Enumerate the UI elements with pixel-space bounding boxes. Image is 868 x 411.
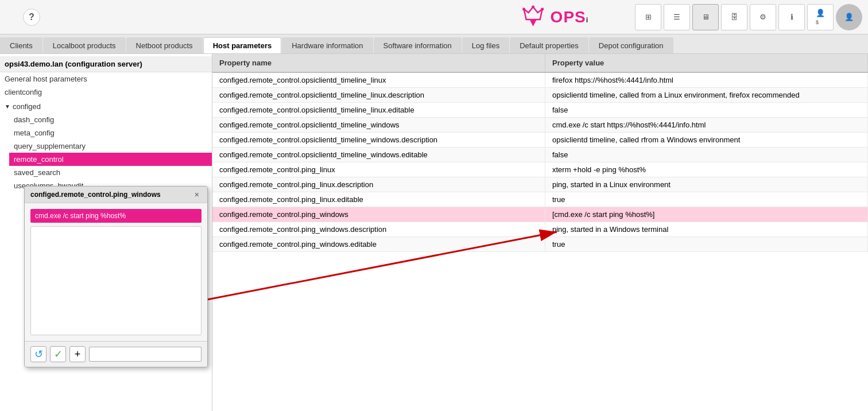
table-header: Property name Property value	[212, 54, 868, 73]
cell-property-value: ping, started in a Linux environment	[545, 177, 868, 192]
popup-add-btn[interactable]: +	[69, 346, 86, 362]
help-icon: ℹ	[790, 13, 793, 21]
table-area: Property name Property value configed.re…	[212, 54, 868, 411]
help-btn[interactable]: ℹ	[778, 4, 805, 30]
popup-header: configed.remote_control.ping_windows ×	[25, 187, 207, 203]
tab-log-files[interactable]: Log files	[462, 37, 509, 53]
tab-host-params[interactable]: Host parameters	[203, 37, 282, 53]
table-row[interactable]: configed.remote_control.ping_windows.des…	[212, 222, 868, 237]
products-list-btn[interactable]: ☰	[664, 4, 690, 30]
sidebar-group-configed-header[interactable]: ▼ configed	[0, 100, 212, 113]
cell-property-name: configed.remote_control.opsiclientd_time…	[212, 73, 545, 87]
popup-confirm-btn[interactable]: ✓	[50, 346, 66, 362]
sidebar-item-general[interactable]: General host parameters	[0, 72, 212, 86]
table-row[interactable]: configed.remote_control.ping_windows.edi…	[212, 237, 868, 252]
question-mark-btn[interactable]: ?	[23, 9, 40, 26]
main-content: opsi43.demo.lan (configuration server) G…	[0, 54, 868, 411]
sidebar-group-configed: ▼ configed dash_config meta_config query…	[0, 99, 212, 193]
table-row[interactable]: configed.remote_control.opsiclientd_time…	[212, 103, 868, 118]
tab-depot-config[interactable]: Depot configuration	[589, 37, 673, 53]
table-row-highlighted[interactable]: configed.remote_control.ping_windows [cm…	[212, 207, 868, 222]
logo-text: OPSi	[551, 8, 589, 26]
server-icon: 🖥	[702, 13, 710, 21]
reset-icon: ↺	[34, 348, 43, 360]
cell-property-name: configed.remote_control.ping_windows.edi…	[212, 237, 545, 251]
column-header-property-value: Property value	[545, 54, 868, 72]
cell-property-value: true	[545, 237, 868, 251]
tab-clients[interactable]: Clients	[0, 37, 42, 53]
user-account-icon: 👤$	[816, 9, 825, 26]
sidebar-item-clientconfig[interactable]: clientconfig	[0, 86, 212, 99]
tab-hardware-info[interactable]: Hardware information	[282, 37, 373, 53]
popup-list[interactable]	[30, 226, 202, 335]
tab-software-info[interactable]: Software information	[374, 37, 462, 53]
toolbar-right: ⊞ ☰ 🖥 🗄 ⚙ ℹ 👤$ 👤	[635, 4, 862, 30]
popup-title: configed.remote_control.ping_windows	[30, 191, 161, 199]
cell-property-name: configed.remote_control.opsiclientd_time…	[212, 118, 545, 132]
cell-property-value: ping, started in a Windows terminal	[545, 222, 868, 236]
sidebar-children-configed: dash_config meta_config query_supplement…	[0, 113, 212, 192]
cell-property-name: configed.remote_control.opsiclientd_time…	[212, 103, 545, 117]
clients-grid-icon: ⊞	[645, 13, 652, 21]
config-btn[interactable]: ⚙	[750, 4, 776, 30]
user-account-btn[interactable]: 👤$	[807, 4, 834, 30]
popup-close-btn[interactable]: ×	[192, 190, 202, 199]
logo-icon	[521, 5, 546, 30]
table-row[interactable]: configed.remote_control.ping_linux.descr…	[212, 177, 868, 192]
depot-icon: 🗄	[731, 13, 738, 21]
avatar-btn[interactable]: 👤	[836, 4, 862, 30]
cell-property-name: configed.remote_control.ping_linux.descr…	[212, 177, 545, 192]
app-logo: OPSi	[521, 5, 589, 30]
server-btn[interactable]: 🖥	[692, 4, 719, 30]
toolbar: OPSi ? ⊞ ☰ 🖥 🗄 ⚙ ℹ 👤$ 👤	[0, 0, 868, 34]
svg-point-3	[541, 7, 544, 10]
tab-bar: Clients Localboot products Netboot produ…	[0, 34, 868, 54]
table-row[interactable]: configed.remote_control.opsiclientd_time…	[212, 148, 868, 162]
collapse-arrow-icon: ▼	[5, 103, 10, 110]
svg-point-4	[522, 7, 525, 10]
sidebar-item-meta_config[interactable]: meta_config	[9, 126, 212, 139]
cell-property-name: configed.remote_control.opsiclientd_time…	[212, 88, 545, 102]
cell-property-name: configed.remote_control.opsiclientd_time…	[212, 148, 545, 162]
table-row[interactable]: configed.remote_control.opsiclientd_time…	[212, 133, 868, 148]
table-row[interactable]: configed.remote_control.opsiclientd_time…	[212, 118, 868, 133]
add-icon: +	[75, 348, 81, 360]
table-row[interactable]: configed.remote_control.opsiclientd_time…	[212, 73, 868, 88]
popup-footer: ↺ ✓ +	[25, 341, 207, 367]
popup-dialog: configed.remote_control.ping_windows × c…	[24, 186, 208, 367]
cell-property-name: configed.remote_control.opsiclientd_time…	[212, 133, 545, 147]
cell-property-value: cmd.exe /c start https://%host%:4441/inf…	[545, 118, 868, 132]
tab-localboot[interactable]: Localboot products	[43, 37, 126, 53]
sidebar-item-dash_config[interactable]: dash_config	[9, 113, 212, 126]
cell-property-value: xterm +hold -e ping %host%	[545, 162, 868, 177]
table-row[interactable]: configed.remote_control.ping_linux.edita…	[212, 192, 868, 207]
cell-property-value: [cmd.exe /c start ping %host%]	[545, 207, 868, 222]
cell-property-value: true	[545, 192, 868, 207]
table-row[interactable]: configed.remote_control.ping_linux xterm…	[212, 162, 868, 177]
cell-property-value: firefox https://%host%:4441/info.html	[545, 73, 868, 87]
cell-property-value: opsiclientd timeline, called rfrom a Win…	[545, 133, 868, 147]
popup-selected-value[interactable]: cmd.exe /c start ping %host%	[30, 209, 202, 223]
sidebar-item-saved_search[interactable]: saved_search	[9, 166, 212, 179]
avatar-icon: 👤	[844, 13, 854, 21]
cell-property-name: configed.remote_control.ping_linux	[212, 162, 545, 177]
sidebar-item-remote_control[interactable]: remote_control	[9, 153, 212, 166]
tab-default-props[interactable]: Default properties	[510, 37, 588, 53]
config-icon: ⚙	[760, 13, 766, 21]
clients-grid-btn[interactable]: ⊞	[635, 4, 661, 30]
cell-property-name: configed.remote_control.ping_windows.des…	[212, 222, 545, 236]
sidebar-item-query_supplementary[interactable]: query_supplementary	[9, 139, 212, 153]
cell-property-value: false	[545, 103, 868, 117]
svg-point-2	[532, 5, 534, 8]
svg-marker-1	[530, 20, 537, 26]
popup-reset-btn[interactable]: ↺	[30, 346, 46, 362]
tab-netboot[interactable]: Netboot products	[126, 37, 203, 53]
products-list-icon: ☰	[673, 13, 680, 21]
cell-property-name: configed.remote_control.ping_linux.edita…	[212, 192, 545, 207]
confirm-icon: ✓	[54, 348, 63, 360]
popup-new-value-input[interactable]	[89, 347, 202, 362]
sidebar-group-configed-label: configed	[13, 102, 41, 111]
table-row[interactable]: configed.remote_control.opsiclientd_time…	[212, 88, 868, 103]
svg-marker-0	[524, 7, 542, 20]
depot-btn[interactable]: 🗄	[721, 4, 747, 30]
